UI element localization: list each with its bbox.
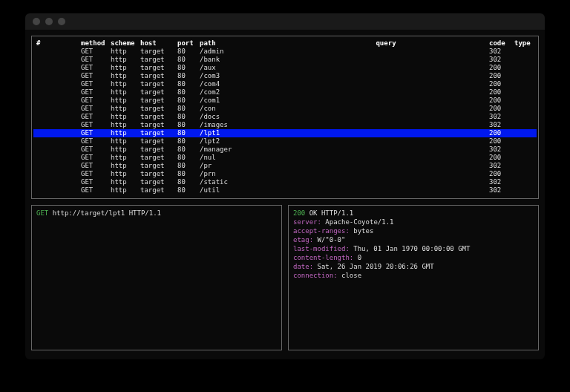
table-row[interactable]: GEThttptarget80/com2200 <box>33 88 537 97</box>
table-row[interactable]: GEThttptarget80/bank302 <box>33 56 537 64</box>
cell-code: 200 <box>486 137 511 146</box>
cell-type <box>511 129 537 137</box>
detail-panes: GET http://target/lpt1 HTTP/1.1 200 OK H… <box>31 205 539 350</box>
cell-code: 200 <box>486 72 511 80</box>
table-row[interactable]: GEThttptarget80/images302 <box>33 121 537 129</box>
cell-scheme: http <box>108 72 137 80</box>
cell-method: GET <box>78 113 108 121</box>
cell-host: target <box>137 113 174 121</box>
table-row[interactable]: GEThttptarget80/util302 <box>33 186 537 195</box>
request-rest: http://target/lpt1 HTTP/1.1 <box>48 209 161 217</box>
col-port[interactable]: port <box>174 39 197 48</box>
cell-query <box>286 88 486 97</box>
cell-port: 80 <box>174 113 197 121</box>
col-query[interactable]: query <box>286 39 486 48</box>
table-row[interactable]: GEThttptarget80/pr302 <box>33 162 537 170</box>
col-path[interactable]: path <box>197 39 286 48</box>
table-row[interactable]: GEThttptarget80/com4200 <box>33 80 537 88</box>
table-row[interactable]: GEThttptarget80/com3200 <box>33 72 537 80</box>
table-row[interactable]: GEThttptarget80/com1200 <box>33 97 537 105</box>
cell-query <box>286 170 486 178</box>
response-header-value: W/"0-0" <box>313 236 345 244</box>
cell-id <box>33 48 78 56</box>
col-code[interactable]: code <box>486 39 511 48</box>
requests-table[interactable]: # method scheme host port path query cod… <box>33 39 537 195</box>
cell-query <box>286 113 486 121</box>
cell-host: target <box>137 162 174 170</box>
cell-host: target <box>137 72 174 80</box>
response-header-value: Sat, 26 Jan 2019 20:06:26 GMT <box>313 263 434 270</box>
cell-port: 80 <box>174 137 197 146</box>
cell-type <box>511 186 537 195</box>
table-row[interactable]: GEThttptarget80/manager302 <box>33 146 537 154</box>
cell-host: target <box>137 137 174 146</box>
cell-code: 200 <box>486 88 511 97</box>
cell-query <box>286 137 486 146</box>
cell-id <box>33 154 78 162</box>
cell-type <box>511 80 537 88</box>
cell-method: GET <box>78 48 108 56</box>
response-header-line: content-length: 0 <box>293 253 534 262</box>
table-row[interactable]: GEThttptarget80/prn200 <box>33 170 537 178</box>
cell-id <box>33 80 78 88</box>
col-type[interactable]: type <box>511 39 537 48</box>
close-icon[interactable] <box>33 18 40 25</box>
col-method[interactable]: method <box>78 39 108 48</box>
cell-method: GET <box>78 170 108 178</box>
cell-method: GET <box>78 178 108 186</box>
cell-scheme: http <box>108 105 137 113</box>
cell-code: 200 <box>486 97 511 105</box>
response-pane[interactable]: 200 OK HTTP/1.1 server: Apache-Coyote/1.… <box>288 205 539 350</box>
col-id[interactable]: # <box>33 39 78 48</box>
table-row[interactable]: GEThttptarget80/con200 <box>33 105 537 113</box>
cell-query <box>286 56 486 64</box>
cell-query <box>286 121 486 129</box>
cell-port: 80 <box>174 72 197 80</box>
cell-code: 302 <box>486 113 511 121</box>
request-pane[interactable]: GET http://target/lpt1 HTTP/1.1 <box>31 205 282 350</box>
titlebar <box>25 13 545 30</box>
minimize-icon[interactable] <box>45 18 53 25</box>
cell-scheme: http <box>108 186 137 195</box>
cell-host: target <box>137 129 174 137</box>
col-host[interactable]: host <box>137 39 174 48</box>
cell-port: 80 <box>174 129 197 137</box>
cell-path: /com1 <box>197 97 286 105</box>
cell-host: target <box>137 80 174 88</box>
cell-host: target <box>137 178 174 186</box>
cell-code: 302 <box>486 162 511 170</box>
maximize-icon[interactable] <box>58 18 65 25</box>
request-method: GET <box>36 209 48 217</box>
cell-type <box>511 162 537 170</box>
col-scheme[interactable]: scheme <box>108 39 137 48</box>
cell-type <box>511 48 537 56</box>
request-line: GET http://target/lpt1 HTTP/1.1 <box>36 209 277 218</box>
cell-path: /aux <box>197 64 286 72</box>
cell-method: GET <box>78 186 108 195</box>
cell-scheme: http <box>108 146 137 154</box>
table-row[interactable]: GEThttptarget80/lpt2200 <box>33 137 537 146</box>
cell-type <box>511 121 537 129</box>
cell-type <box>511 72 537 80</box>
response-header-line: last-modified: Thu, 01 Jan 1970 00:00:00… <box>293 244 534 253</box>
table-row[interactable]: GEThttptarget80/lpt1200 <box>33 129 537 137</box>
cell-code: 302 <box>486 56 511 64</box>
table-row[interactable]: GEThttptarget80/admin302 <box>33 48 537 56</box>
cell-id <box>33 162 78 170</box>
cell-path: /util <box>197 186 286 195</box>
cell-method: GET <box>78 121 108 129</box>
table-row[interactable]: GEThttptarget80/nul200 <box>33 154 537 162</box>
table-row[interactable]: GEThttptarget80/docs302 <box>33 113 537 121</box>
cell-query <box>286 162 486 170</box>
cell-host: target <box>137 56 174 64</box>
cell-type <box>511 137 537 146</box>
cell-type <box>511 97 537 105</box>
content-area: # method scheme host port path query cod… <box>25 30 545 356</box>
table-row[interactable]: GEThttptarget80/static302 <box>33 178 537 186</box>
cell-port: 80 <box>174 186 197 195</box>
table-row[interactable]: GEThttptarget80/aux200 <box>33 64 537 72</box>
cell-scheme: http <box>108 154 137 162</box>
response-header-line: accept-ranges: bytes <box>293 226 534 235</box>
cell-scheme: http <box>108 113 137 121</box>
cell-method: GET <box>78 162 108 170</box>
